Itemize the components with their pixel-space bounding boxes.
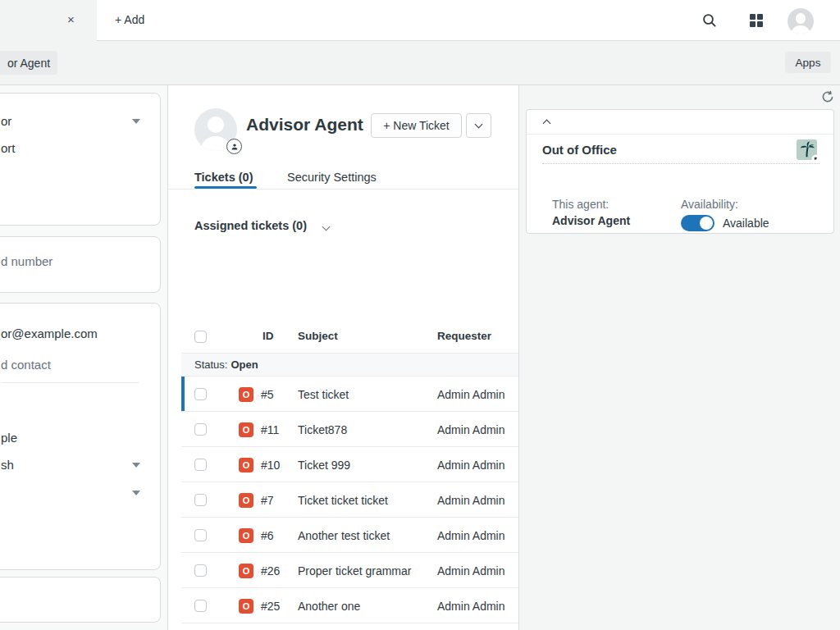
availability-label: Availability: — [681, 198, 738, 211]
ticket-row[interactable]: O #23 World Ticket Admin Admin — [181, 623, 518, 630]
role-secondary-text: ort — [1, 141, 16, 155]
ticket-subject[interactable]: Another one — [298, 600, 360, 613]
ticket-subject[interactable]: Ticket878 — [298, 423, 347, 436]
language-select-value[interactable]: sh — [1, 458, 14, 472]
add-contact-link[interactable]: d contact — [1, 358, 51, 372]
column-header-id[interactable]: ID — [262, 330, 274, 342]
refresh-icon[interactable] — [821, 90, 834, 103]
agent-breadcrumb-tab[interactable]: or Agent — [0, 51, 57, 75]
tab-tickets[interactable]: Tickets (0) — [194, 171, 253, 184]
ticket-subject[interactable]: Proper ticket grammar — [298, 564, 411, 578]
row-checkbox[interactable] — [194, 564, 207, 577]
dropdown-caret-icon[interactable] — [132, 491, 140, 495]
status-open-badge: O — [239, 458, 253, 472]
ticket-id: #5 — [261, 388, 274, 401]
ticket-requester: Admin Admin — [437, 600, 504, 613]
dropdown-caret-icon[interactable] — [132, 463, 140, 468]
ticket-id: #10 — [261, 459, 280, 472]
chevron-up-icon — [543, 120, 551, 128]
ticket-requester: Admin Admin — [437, 564, 504, 578]
row-checkbox[interactable] — [194, 494, 207, 506]
availability-toggle[interactable] — [681, 215, 714, 231]
agent-profile-main: Advisor Agent + New Ticket Tickets (0) S… — [168, 85, 518, 630]
ticket-id: #7 — [261, 494, 274, 507]
status-open-badge: O — [239, 387, 253, 402]
row-checkbox[interactable] — [194, 529, 207, 541]
dropdown-caret-icon[interactable] — [132, 119, 140, 124]
ticket-requester: Admin Admin — [437, 459, 504, 472]
ticket-row[interactable]: O #11 Ticket878 Admin Admin — [181, 412, 518, 447]
close-icon[interactable]: × — [67, 12, 75, 26]
ticket-id: #6 — [261, 529, 274, 542]
empty-card — [0, 577, 161, 623]
search-icon[interactable] — [702, 13, 717, 28]
column-header-requester[interactable]: Requester — [437, 330, 491, 342]
contact-card: or@example.com d contact ple sh — [0, 303, 161, 570]
row-checkbox[interactable] — [194, 459, 207, 471]
row-checkbox[interactable] — [194, 600, 207, 612]
select-all-checkbox[interactable] — [194, 331, 207, 343]
status-open-badge: O — [239, 493, 253, 508]
ticket-row[interactable]: O #10 Ticket 999 Admin Admin — [181, 447, 518, 482]
apps-button[interactable]: Apps — [785, 52, 831, 73]
this-agent-value: Advisor Agent — [552, 214, 630, 227]
out-of-office-app-card: Out of Office This agent: Advisor Agent … — [526, 109, 834, 234]
row-checkbox[interactable] — [194, 388, 207, 400]
agent-role-badge-icon — [226, 139, 242, 154]
ticket-requester: Admin Admin — [437, 388, 504, 401]
ticket-row[interactable]: O #7 Ticket ticket ticket Admin Admin — [181, 482, 518, 518]
status-open-badge: O — [239, 599, 253, 614]
ticket-requester: Admin Admin — [437, 529, 504, 542]
ticket-subject[interactable]: Test ticket — [298, 388, 349, 401]
agent-role-card: or ort — [0, 93, 161, 226]
phone-card: d number — [0, 236, 161, 293]
ticket-id: #11 — [261, 423, 279, 436]
page-title: Advisor Agent — [246, 115, 363, 135]
app-collapse-header[interactable] — [527, 110, 833, 135]
status-group-label: Status: — [194, 358, 227, 371]
ticket-requester: Admin Admin — [437, 423, 504, 436]
ticket-subject[interactable]: Another test ticket — [298, 529, 390, 542]
card-divider — [1, 382, 139, 383]
new-ticket-dropdown-button[interactable] — [466, 113, 491, 138]
palm-tree-app-icon — [797, 139, 817, 160]
role-select-value[interactable]: or — [1, 114, 11, 128]
app-title: Out of Office — [542, 143, 617, 157]
status-open-badge: O — [239, 564, 253, 578]
tabs-divider — [168, 189, 518, 189]
email-value[interactable]: or@example.com — [1, 326, 98, 340]
status-open-badge: O — [239, 422, 253, 437]
ticket-subject[interactable]: Ticket ticket ticket — [298, 494, 388, 507]
ticket-row[interactable]: O #5 Test ticket Admin Admin — [181, 377, 518, 412]
new-ticket-button[interactable]: + New Ticket — [371, 113, 462, 138]
user-avatar[interactable] — [788, 8, 814, 34]
chevron-down-icon[interactable] — [322, 223, 331, 231]
this-agent-label: This agent: — [552, 198, 609, 211]
tab-security-settings[interactable]: Security Settings — [287, 171, 377, 184]
row-checkbox[interactable] — [194, 423, 207, 436]
status-open-badge: O — [239, 528, 253, 543]
ticket-id: #25 — [261, 600, 280, 613]
ticket-rows: O #5 Test ticket Admin Admin O #11 Ticke… — [181, 377, 518, 630]
ticket-row[interactable]: O #6 Another test ticket Admin Admin — [181, 518, 518, 553]
app-root: × + Add or Agent Apps or ort d number or… — [0, 0, 840, 630]
assigned-tickets-heading[interactable]: Assigned tickets (0) — [194, 219, 307, 232]
ticket-row[interactable]: O #26 Proper ticket grammar Admin Admin — [181, 553, 518, 588]
product-grid-icon[interactable] — [750, 14, 763, 27]
apps-pane: Out of Office This agent: Advisor Agent … — [519, 85, 840, 630]
tags-fragment: ple — [1, 431, 17, 445]
app-divider — [542, 163, 819, 164]
status-group-row: Status: Open — [181, 353, 518, 377]
add-tab-button[interactable]: + Add — [115, 13, 144, 26]
availability-value: Available — [723, 217, 769, 230]
left-sidebar: or ort d number or@example.com d contact… — [0, 85, 168, 630]
ticket-requester: Admin Admin — [437, 494, 504, 507]
chevron-down-icon — [475, 121, 483, 129]
topbar-background — [97, 0, 840, 41]
ticket-subject[interactable]: Ticket 999 — [298, 459, 350, 472]
ticket-row[interactable]: O #25 Another one Admin Admin — [181, 588, 518, 623]
column-header-subject[interactable]: Subject — [298, 330, 338, 342]
add-number-link[interactable]: d number — [1, 254, 52, 268]
top-header: × + Add or Agent Apps — [0, 0, 840, 85]
ticket-id: #26 — [261, 564, 280, 578]
